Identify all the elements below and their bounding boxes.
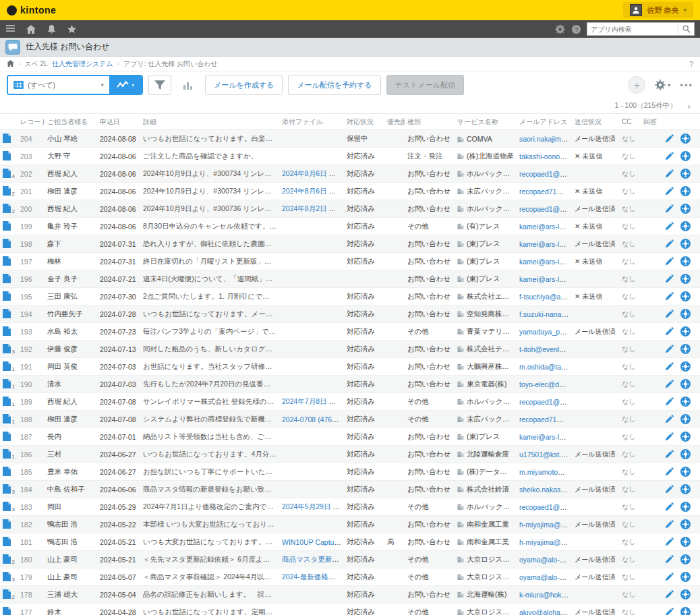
edit-record-button[interactable]	[665, 222, 674, 231]
table-row[interactable]: 3179山上 豪司2024-05-07＜商品マスタ事前確認＞ 2024年4月以降…	[0, 568, 700, 586]
table-row[interactable]: 1190清水2024-07-03先行もしたが2024年7月20日の発送番号をお客…	[0, 376, 700, 393]
row-action-button[interactable]	[680, 274, 691, 284]
edit-record-button[interactable]	[665, 204, 674, 213]
column-header-5[interactable]: 添付ファイル	[279, 114, 344, 130]
user-menu[interactable]: 佐野 奈央 ▾	[623, 2, 693, 18]
email-link[interactable]: u17501@kst.ne.jp…	[519, 450, 572, 459]
row-action-button[interactable]	[680, 519, 691, 529]
column-header-10[interactable]: メールアドレス	[517, 114, 572, 130]
row-action-button[interactable]	[680, 414, 691, 424]
filter-button[interactable]	[148, 75, 171, 95]
next-page-icon[interactable]: ›	[688, 101, 691, 111]
column-header-7[interactable]: 優先度	[384, 114, 405, 130]
column-header-1[interactable]: レコード番号	[18, 114, 45, 130]
email-link[interactable]: recopaed71@gmai…	[519, 415, 572, 423]
attachment-link[interactable]: 2024年8月6日 改定	[282, 187, 343, 195]
edit-record-button[interactable]	[665, 327, 674, 336]
column-header-14[interactable]	[662, 114, 700, 130]
notifications-bell-icon[interactable]	[46, 24, 57, 34]
settings-gear-icon[interactable]	[554, 24, 565, 34]
table-row[interactable]: 1188柳田 達彦2024-07-08システムより弊社の商標登録先で新機種を合わ…	[0, 411, 700, 428]
email-link[interactable]: kamei@ars-leg.jp	[519, 223, 572, 231]
edit-record-button[interactable]	[665, 432, 674, 441]
email-link[interactable]: toyo-elec@densan…	[519, 380, 572, 388]
column-header-13[interactable]: 回答	[641, 114, 662, 130]
email-link[interactable]: recopaed1@gols.co…	[519, 398, 572, 406]
app-icon[interactable]	[5, 40, 20, 55]
email-link[interactable]: f-tsuchiya@awada…	[519, 293, 572, 301]
row-action-button[interactable]	[680, 537, 691, 547]
table-row[interactable]: 204小山 琴絵2024-08-08いつもお世話になっております。白楽エクスプレ…	[0, 130, 700, 148]
attachment-link[interactable]: 2024年8月6日 改定	[282, 169, 343, 177]
edit-record-button[interactable]	[665, 537, 674, 546]
email-link[interactable]: saori.nakajima@co…	[519, 135, 572, 143]
column-header-3[interactable]: 申込日	[97, 114, 140, 130]
table-row[interactable]: 193水島 裕太2024-07-23毎注パンフ3学よりの「案内ページ」でのお申込…	[0, 323, 700, 341]
row-action-button[interactable]	[680, 221, 691, 231]
table-row[interactable]: 203大野 守2024-08-06ご注文した商品を確認できますか。対応済み注文・…	[0, 148, 700, 165]
row-action-button[interactable]	[680, 589, 691, 599]
attachment-link[interactable]: 商品マスタ更新依頼	[282, 555, 344, 563]
kintone-logo[interactable]: kintone	[7, 5, 56, 16]
attachment-link[interactable]: 2024年7月8日 サン	[282, 397, 343, 405]
email-link[interactable]: recopaed1@gols.co…	[519, 170, 572, 178]
star-icon[interactable]	[66, 24, 77, 34]
table-row[interactable]: 197梅林2024-07-31終日在庫切れの「月曜リスト更新版」は送って頂けます…	[0, 253, 700, 270]
email-link[interactable]: k-miura@hokkoun…	[519, 591, 572, 599]
breadcrumb-help-icon[interactable]: ?	[689, 60, 693, 68]
attachment-link[interactable]: 2024年5月29日 上書	[282, 502, 344, 510]
row-action-button[interactable]	[680, 256, 691, 266]
home-icon[interactable]	[26, 24, 36, 34]
edit-record-button[interactable]	[665, 573, 674, 581]
graph-button[interactable]: ▾	[109, 76, 142, 94]
email-link[interactable]: t-itoh@evenly.com	[519, 345, 572, 353]
table-row[interactable]: 4202西堀 紀人2024-08-062024年10月9日より、#300734 …	[0, 165, 700, 183]
email-link[interactable]: h-miyajima@nkk-k…	[519, 538, 572, 546]
table-row[interactable]: 1189西堀 紀人2024-07-08サンレイポリマー株式会社 登録先様の新価格…	[0, 393, 700, 411]
row-action-button[interactable]	[680, 449, 691, 459]
attachment-link[interactable]: 2024年8月2日 改定	[282, 204, 343, 212]
email-link[interactable]: h-miyajima@nkk-k…	[519, 521, 572, 529]
row-action-button[interactable]	[680, 309, 691, 319]
email-link[interactable]: recopaed1@gols.co…	[519, 205, 572, 213]
table-row[interactable]: 3183岡田2024-05-292024年7月1日より価格改定のご案内です。詳し…	[0, 498, 700, 516]
row-action-button[interactable]	[680, 467, 691, 477]
table-row[interactable]: 1186三村2024-06-27いつもお世話になっております。4月分の配送明細を…	[0, 446, 700, 463]
column-header-6[interactable]: 対応状況	[344, 114, 384, 130]
edit-record-button[interactable]	[665, 134, 674, 143]
add-record-button[interactable]: ＋	[628, 76, 645, 94]
search-input[interactable]	[587, 26, 678, 33]
edit-record-button[interactable]	[665, 415, 674, 423]
row-action-button[interactable]	[680, 169, 691, 179]
list-settings-button[interactable]: ▾	[655, 80, 670, 90]
row-action-button[interactable]	[680, 204, 691, 214]
email-link[interactable]: kamei@ars-leg.jp	[519, 275, 572, 283]
table-row[interactable]: 2180山上 豪司2024-05-21＜先先マスタ更新記録依頼＞ 6月度より最新…	[0, 551, 700, 568]
column-header-12[interactable]: CC	[619, 114, 641, 130]
email-link[interactable]: takashi-oono@ho…	[519, 152, 572, 160]
breadcrumb-home-icon[interactable]	[7, 60, 14, 68]
table-row[interactable]: 2178三浦 雄大2024-05-04品名の誤記修正をお願いします。 誤植:AA…	[0, 586, 700, 604]
create-mail-button[interactable]: メールを作成する	[205, 75, 283, 95]
help-icon[interactable]: ?	[571, 24, 581, 34]
edit-record-button[interactable]	[665, 310, 674, 318]
edit-record-button[interactable]	[665, 362, 674, 371]
more-options-button[interactable]: •••	[680, 80, 693, 90]
row-action-button[interactable]	[680, 151, 691, 161]
search-icon[interactable]	[678, 23, 694, 35]
table-row[interactable]: 3184中島 佐和子2024-06-06商品マスタ情報の新規登録をお願い致します…	[0, 481, 700, 498]
edit-record-button[interactable]	[665, 380, 674, 388]
table-row[interactable]: 198森下2024-07-31恐れ入りますが、御社に依頼した農園米のお見積りにつ…	[0, 235, 700, 253]
table-row[interactable]: 187長内2024-07-01納品リスト等受領数は当社も含め、ご判断頂いています…	[0, 428, 700, 446]
column-header-2[interactable]: ご担当者様名	[45, 114, 97, 130]
row-action-button[interactable]	[680, 291, 691, 301]
email-link[interactable]: oyama@alo-hane…	[519, 573, 572, 581]
table-row[interactable]: 181鴨志田 浩2024-05-21いつも大変お世話になっております。早々にご対…	[0, 533, 700, 551]
edit-record-button[interactable]	[665, 169, 674, 178]
view-selector[interactable]: (すべて) ▾	[8, 76, 109, 94]
email-link[interactable]: recopaed71@gmai…	[519, 187, 572, 196]
chart-button[interactable]	[177, 75, 200, 95]
edit-record-button[interactable]	[665, 467, 674, 476]
edit-record-button[interactable]	[665, 590, 674, 599]
edit-record-button[interactable]	[665, 345, 674, 353]
